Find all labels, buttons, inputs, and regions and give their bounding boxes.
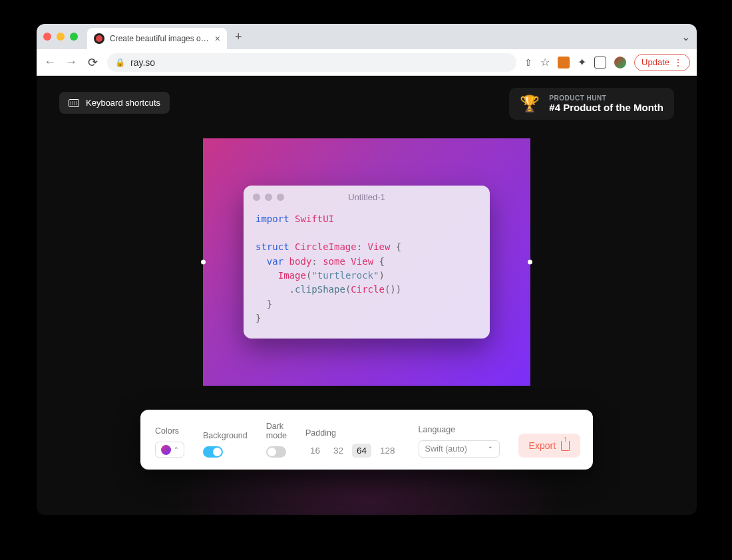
keyboard-shortcuts-button[interactable]: Keyboard shortcuts (59, 92, 170, 114)
close-window-button[interactable] (43, 33, 51, 41)
trophy-icon: 🏆 (520, 94, 540, 113)
forward-button[interactable]: → (65, 55, 78, 69)
padding-option-32[interactable]: 32 (329, 444, 348, 458)
kebab-icon: ⋮ (673, 57, 683, 68)
code-window: Untitled-1 import SwiftUI struct CircleI… (244, 186, 490, 339)
address-bar: ← → ⟳ 🔒 ray.so ⇧ ☆ ✦ Update ⋮ (37, 49, 697, 76)
minimize-window-button[interactable] (57, 33, 65, 41)
tabs-overflow-button[interactable]: ⌄ (681, 31, 690, 43)
update-label: Update (641, 57, 669, 67)
page-content: Keyboard shortcuts 🏆 PRODUCT HUNT #4 Pro… (37, 76, 697, 515)
padding-control: Padding 163264128 (305, 428, 400, 458)
colors-label: Colors (155, 426, 184, 436)
export-button[interactable]: Export (518, 434, 580, 458)
lock-icon: 🔒 (115, 58, 125, 67)
code-window-header: Untitled-1 (244, 186, 490, 210)
color-swatch (161, 445, 171, 455)
extension-icon-2[interactable] (594, 57, 606, 69)
browser-window: Create beautiful images of you × + ⌄ ← →… (37, 24, 697, 515)
language-select[interactable]: Swift (auto) ⌃ (419, 440, 500, 458)
update-button[interactable]: Update ⋮ (634, 54, 690, 71)
back-button[interactable]: ← (43, 55, 57, 69)
toggle-knob (213, 448, 222, 456)
controls-panel: Colors ⌃ Background Dark mode Padd (140, 410, 593, 470)
resize-handle-left[interactable] (201, 260, 206, 265)
close-tab-button[interactable]: × (215, 33, 220, 44)
shortcuts-label: Keyboard shortcuts (86, 98, 160, 108)
reload-button[interactable]: ⟳ (86, 55, 99, 70)
product-hunt-label: PRODUCT HUNT (549, 94, 663, 102)
product-hunt-text: PRODUCT HUNT #4 Product of the Month (549, 94, 663, 113)
profile-avatar[interactable] (614, 57, 626, 69)
darkmode-control: Dark mode (266, 422, 287, 458)
share-icon[interactable]: ⇧ (524, 57, 532, 68)
background-control: Background (203, 431, 248, 458)
colors-picker[interactable]: ⌃ (155, 442, 184, 458)
product-hunt-badge[interactable]: 🏆 PRODUCT HUNT #4 Product of the Month (509, 88, 674, 120)
language-label: Language (419, 425, 500, 434)
padding-option-64[interactable]: 64 (352, 444, 371, 458)
background-toggle[interactable] (203, 446, 223, 458)
canvas-wrap: Untitled-1 import SwiftUI struct CircleI… (203, 138, 530, 386)
product-hunt-rank: #4 Product of the Month (549, 102, 663, 113)
tab-title: Create beautiful images of you (110, 34, 210, 43)
extensions-icon[interactable]: ✦ (578, 56, 586, 69)
padding-options: 163264128 (305, 444, 400, 458)
browser-tab[interactable]: Create beautiful images of you × (87, 28, 227, 49)
extension-icon-1[interactable] (558, 57, 570, 69)
url-text: ray.so (130, 57, 155, 68)
darkmode-label: Dark mode (266, 422, 287, 440)
tab-strip: Create beautiful images of you × + ⌄ (37, 24, 697, 49)
toggle-knob (268, 448, 276, 456)
padding-label: Padding (305, 428, 400, 438)
language-control: Language Swift (auto) ⌃ (419, 425, 500, 458)
window-traffic-lights (43, 33, 78, 41)
padding-option-128[interactable]: 128 (375, 444, 400, 458)
resize-handle-right[interactable] (528, 260, 532, 265)
toolbar-right: ⇧ ☆ ✦ Update ⋮ (524, 54, 690, 71)
chevron-up-icon: ⌃ (488, 446, 493, 452)
share-icon (561, 441, 570, 451)
code-canvas[interactable]: Untitled-1 import SwiftUI struct CircleI… (203, 138, 530, 386)
padding-option-16[interactable]: 16 (305, 444, 325, 458)
url-field[interactable]: 🔒 ray.so (107, 53, 516, 72)
language-value: Swift (auto) (425, 444, 467, 454)
maximize-window-button[interactable] (70, 33, 78, 41)
code-editor[interactable]: import SwiftUI struct CircleImage: View … (244, 210, 490, 339)
background-label: Background (203, 431, 248, 440)
chevron-up-icon: ⌃ (174, 446, 179, 453)
bookmark-icon[interactable]: ☆ (540, 56, 550, 69)
colors-control: Colors ⌃ (155, 426, 184, 458)
new-tab-button[interactable]: + (235, 30, 242, 44)
tab-favicon (94, 33, 104, 44)
code-window-title[interactable]: Untitled-1 (244, 192, 490, 202)
export-label: Export (529, 440, 556, 451)
keyboard-icon (69, 99, 79, 107)
darkmode-toggle[interactable] (266, 446, 286, 458)
